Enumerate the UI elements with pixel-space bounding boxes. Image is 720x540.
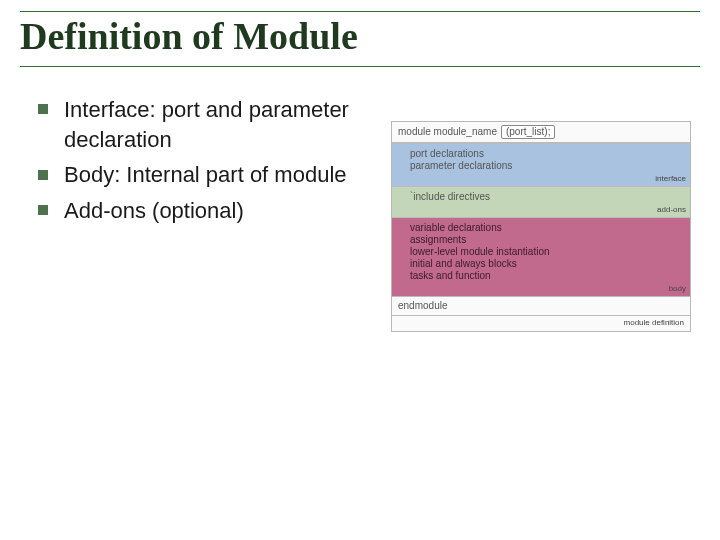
module-header-text: module module_name xyxy=(398,126,497,138)
body-line: variable declarations xyxy=(410,222,684,234)
bullet-item: Add-ons (optional) xyxy=(38,196,373,226)
addons-section: `include directives add-ons xyxy=(392,186,690,217)
bullet-item: Interface: port and parameter declaratio… xyxy=(38,95,373,154)
interface-tag: interface xyxy=(655,174,686,184)
footer-section: endmodule xyxy=(392,296,690,315)
endmodule-footer: endmodule xyxy=(392,297,690,315)
slide-title: Definition of Module xyxy=(20,14,372,58)
bullet-column: Interface: port and parameter declaratio… xyxy=(38,95,373,232)
diagram-column: module module_name (port_list); port dec… xyxy=(391,121,691,332)
interface-line: parameter declarations xyxy=(410,160,684,172)
body-line: tasks and function xyxy=(410,270,684,282)
content-row: Interface: port and parameter declaratio… xyxy=(20,95,700,332)
addons-body: `include directives add-ons xyxy=(392,187,690,217)
body-line: initial and always blocks xyxy=(410,258,684,270)
body-tag: body xyxy=(669,284,686,294)
addons-tag: add-ons xyxy=(657,205,686,215)
module-definition-tag: module definition xyxy=(392,315,690,331)
module-diagram: module module_name (port_list); port dec… xyxy=(391,121,691,332)
body-line: lower-level module instantiation xyxy=(410,246,684,258)
title-wrap: Definition of Module xyxy=(20,12,700,67)
addons-line: `include directives xyxy=(410,191,684,203)
module-header: module module_name (port_list); xyxy=(392,122,690,143)
interface-line: port declarations xyxy=(410,148,684,160)
body-section: variable declarations assignments lower-… xyxy=(392,217,690,296)
diagram-header-section: module module_name (port_list); xyxy=(392,122,690,143)
bullet-list: Interface: port and parameter declaratio… xyxy=(38,95,373,226)
interface-section: port declarations parameter declarations… xyxy=(392,143,690,186)
body-body: variable declarations assignments lower-… xyxy=(392,218,690,296)
slide: Definition of Module Interface: port and… xyxy=(0,0,720,540)
interface-body: port declarations parameter declarations… xyxy=(392,144,690,186)
body-line: assignments xyxy=(410,234,684,246)
port-list-chip: (port_list); xyxy=(501,125,555,139)
bullet-item: Body: Internal part of module xyxy=(38,160,373,190)
